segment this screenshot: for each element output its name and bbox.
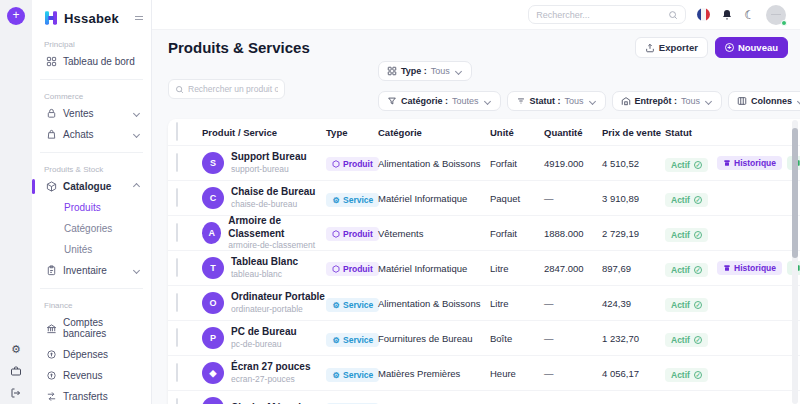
header-statut: Statut bbox=[665, 127, 717, 138]
chevron-down-icon bbox=[705, 97, 712, 104]
sidebar-item-revenus[interactable]: Revenus bbox=[32, 365, 151, 386]
settings-gear-icon[interactable]: ⚙ bbox=[10, 343, 22, 355]
warehouse-icon bbox=[621, 96, 631, 106]
row-checkbox[interactable] bbox=[176, 328, 178, 347]
language-flag-icon[interactable] bbox=[697, 8, 710, 21]
product-search-input[interactable] bbox=[188, 84, 278, 94]
type-badge: Produit bbox=[326, 227, 379, 241]
briefcase-icon[interactable] bbox=[10, 365, 22, 377]
filter-type[interactable]: Type : Tous bbox=[378, 61, 472, 81]
quantite-cell: — bbox=[544, 333, 602, 344]
cube-icon bbox=[332, 265, 340, 273]
table-row[interactable]: T Tableau Blanc tableau-blanc Produit Ma… bbox=[168, 251, 800, 286]
filter-entrepot[interactable]: Entrepôt : Tous bbox=[612, 91, 723, 111]
filter-colonnes[interactable]: Colonnes bbox=[728, 91, 800, 111]
user-avatar[interactable] bbox=[766, 5, 786, 25]
avatar: A bbox=[202, 222, 221, 244]
dark-mode-moon-icon[interactable]: ☾ bbox=[744, 9, 755, 21]
global-search-input[interactable] bbox=[536, 10, 664, 20]
sidebar-divider bbox=[40, 79, 143, 80]
sidebar-divider bbox=[40, 288, 143, 289]
quantite-cell: — bbox=[544, 298, 602, 309]
sidebar-item-comptes-bancaires[interactable]: Comptes bancaires bbox=[32, 312, 151, 344]
filter-statut[interactable]: Statut : Tous bbox=[507, 91, 606, 111]
select-all-checkbox[interactable] bbox=[176, 122, 178, 141]
check-circle-icon: ✓ bbox=[694, 266, 702, 274]
cube-icon bbox=[332, 230, 340, 238]
avatar: S bbox=[202, 152, 224, 174]
unite-cell: Forfait bbox=[490, 158, 544, 169]
header-unite: Unité bbox=[490, 127, 544, 138]
chevron-up-icon bbox=[133, 183, 140, 190]
row-checkbox[interactable] bbox=[176, 188, 178, 207]
expense-coin-icon bbox=[46, 349, 57, 360]
quantite-cell: — bbox=[544, 193, 602, 204]
product-name: Support Bureau bbox=[231, 151, 307, 164]
table-row[interactable]: C Chaise de Bureau chaise-de-bureau ⚙Ser… bbox=[168, 181, 800, 216]
row-checkbox[interactable] bbox=[176, 398, 178, 404]
unite-cell: Paquet bbox=[490, 193, 544, 204]
gear-icon: ⚙ bbox=[332, 336, 340, 344]
table-row[interactable]: C Clavier Mécanique ⚙Service bbox=[168, 391, 800, 404]
row-checkbox[interactable] bbox=[176, 258, 178, 277]
sidebar-item-transferts[interactable]: Transferts bbox=[32, 386, 151, 404]
product-name: Écran 27 pouces bbox=[231, 361, 310, 374]
product-slug: pc-de-bureau bbox=[231, 339, 297, 350]
header-categorie: Catégorie bbox=[378, 127, 490, 138]
logout-icon[interactable] bbox=[10, 387, 22, 399]
sidebar-item-ventes[interactable]: Ventes bbox=[32, 103, 151, 124]
table-row[interactable]: ◆ Écran 27 pouces ecran-27-pouces ⚙Servi… bbox=[168, 356, 800, 391]
filter-categorie[interactable]: Catégorie : Toutes bbox=[378, 91, 501, 111]
categorie-cell: Matériel Informatique bbox=[378, 193, 490, 204]
unite-cell: Heure bbox=[490, 368, 544, 379]
sidebar-subitem-categories[interactable]: Catégories bbox=[32, 218, 151, 239]
gear-icon: ⚙ bbox=[332, 301, 340, 309]
sidebar-item-inventaire[interactable]: Inventaire bbox=[32, 260, 151, 281]
product-slug: chaise-de-bureau bbox=[231, 199, 315, 210]
prix-cell: 3 910,89 bbox=[602, 193, 665, 204]
sidebar: Hssabek Principal Tableau de bord Commer… bbox=[32, 0, 152, 404]
type-grid-icon bbox=[387, 66, 397, 76]
quick-add-button[interactable]: + bbox=[7, 7, 25, 25]
notifications-bell-icon[interactable] bbox=[721, 9, 733, 21]
table-row[interactable]: A Armoire de Classement armoire-de-class… bbox=[168, 216, 800, 251]
categorie-cell: Vêtements bbox=[378, 228, 490, 239]
historique-button[interactable]: Historique bbox=[717, 261, 782, 275]
transfer-arrows-icon bbox=[46, 391, 57, 402]
online-status-dot bbox=[781, 20, 787, 26]
row-checkbox[interactable] bbox=[176, 153, 178, 172]
sidebar-collapse-icon[interactable] bbox=[135, 16, 143, 21]
sidebar-subitem-unites[interactable]: Unités bbox=[32, 239, 151, 260]
quantite-cell: 1888.000 bbox=[544, 228, 602, 239]
product-name: Chaise de Bureau bbox=[231, 186, 315, 199]
section-principal: Principal bbox=[32, 40, 151, 49]
filter-lines-icon bbox=[516, 96, 526, 106]
sidebar-item-dashboard[interactable]: Tableau de bord bbox=[32, 51, 151, 72]
check-circle-icon: ✓ bbox=[694, 371, 702, 379]
product-slug: ecran-27-pouces bbox=[231, 374, 310, 385]
row-checkbox[interactable] bbox=[176, 223, 178, 242]
sidebar-subitem-produits[interactable]: Produits bbox=[32, 197, 151, 218]
row-checkbox[interactable] bbox=[176, 293, 178, 312]
prix-cell: 1 232,70 bbox=[602, 333, 665, 344]
table-row[interactable]: P PC de Bureau pc-de-bureau ⚙Service Fou… bbox=[168, 321, 800, 356]
new-button[interactable]: + Nouveau bbox=[715, 37, 788, 58]
purchases-bag-icon bbox=[46, 129, 57, 140]
type-badge: ⚙Service bbox=[326, 193, 379, 207]
historique-button[interactable]: Historique bbox=[717, 156, 782, 170]
sidebar-item-depenses[interactable]: Dépenses bbox=[32, 344, 151, 365]
product-slug: armoire-de-classement bbox=[228, 240, 326, 251]
table-row[interactable]: O Ordinateur Portable ordinateur-portabl… bbox=[168, 286, 800, 321]
export-button[interactable]: Exporter bbox=[635, 37, 708, 58]
sidebar-item-label: Revenus bbox=[63, 370, 102, 381]
sidebar-item-achats[interactable]: Achats bbox=[32, 124, 151, 145]
sidebar-divider bbox=[40, 152, 143, 153]
sidebar-item-catalogue[interactable]: Catalogue bbox=[32, 176, 151, 197]
check-circle-icon: ✓ bbox=[694, 161, 702, 169]
type-badge: ⚙Service bbox=[326, 368, 379, 382]
scrollbar-thumb[interactable] bbox=[792, 128, 798, 258]
row-checkbox[interactable] bbox=[176, 363, 178, 382]
status-badge: Actif✓ bbox=[665, 228, 708, 242]
table-row[interactable]: S Support Bureau support-bureau Produit … bbox=[168, 146, 800, 181]
sidebar-item-label: Achats bbox=[63, 129, 94, 140]
